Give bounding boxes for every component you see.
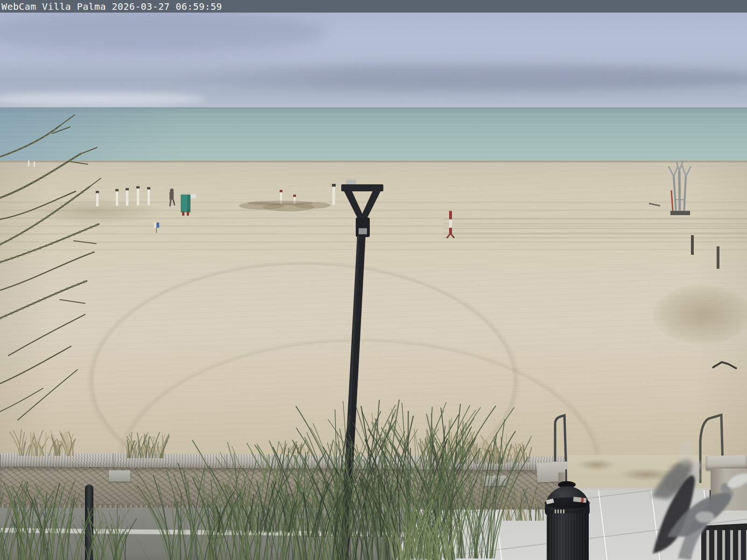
- grass-blade: [158, 484, 170, 560]
- beach-grass: [0, 400, 531, 560]
- webcam-frame: WebCam Villa Palma 2026-03-27 06:59:59: [0, 0, 747, 560]
- grass-blade: [87, 527, 101, 560]
- grass-blade: [134, 485, 168, 560]
- grass-blade: [56, 481, 75, 560]
- grass-blade: [35, 485, 63, 560]
- pigeon-rear: [651, 441, 703, 499]
- timestamp-text: WebCam Villa Palma 2026-03-27 06:59:59: [0, 1, 222, 12]
- grass-blade: [252, 505, 253, 532]
- timestamp-overlay: WebCam Villa Palma 2026-03-27 06:59:59: [0, 0, 747, 13]
- scene-decor-front: [0, 0, 747, 560]
